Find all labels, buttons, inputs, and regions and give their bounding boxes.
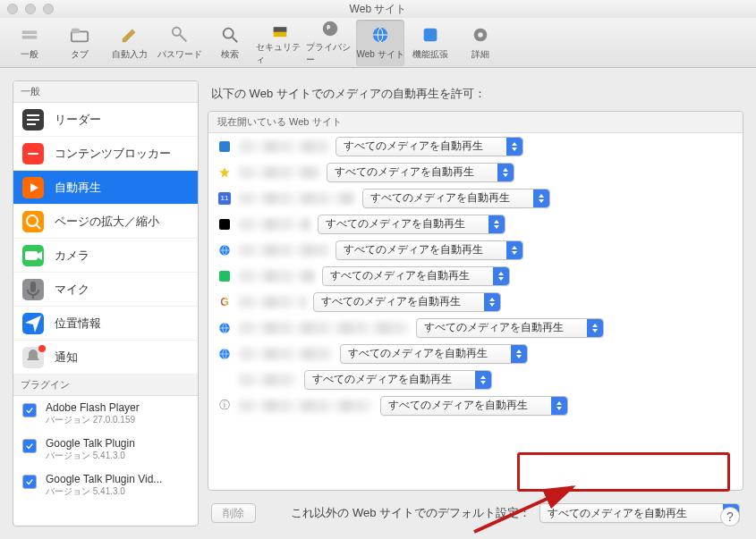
default-setting-popup[interactable]: すべてのメディアを自動再生	[539, 503, 740, 523]
site-domain-redacted	[239, 140, 328, 153]
site-domain-redacted	[239, 374, 297, 386]
site-autoplay-popup[interactable]: すべてのメディアを自動再生	[318, 215, 505, 234]
toolbar-advanced[interactable]: 詳細	[456, 20, 505, 66]
site-favicon	[217, 243, 232, 257]
toolbar-search[interactable]: 検索	[206, 20, 254, 66]
sidebar-item-location[interactable]: 位置情報	[13, 307, 198, 341]
site-autoplay-popup[interactable]: すべてのメディアを自動再生	[340, 344, 528, 364]
site-favicon	[217, 139, 232, 154]
site-row[interactable]: すべてのメディアを自動再生	[208, 315, 743, 341]
toolbar-tabs[interactable]: タブ	[55, 20, 104, 66]
site-autoplay-popup[interactable]: すべてのメディアを自動再生	[336, 240, 523, 260]
preferences-toolbar: 一般タブ自動入力パスワード検索セキュリティプライバシーWeb サイト機能拡張詳細	[0, 18, 756, 68]
help-button[interactable]: ?	[720, 507, 740, 526]
window-titlebar: Web サイト	[0, 0, 756, 18]
site-domain-redacted	[239, 218, 310, 231]
site-row[interactable]: 11すべてのメディアを自動再生	[208, 185, 743, 211]
reader-icon	[22, 109, 44, 131]
minimize-window[interactable]	[25, 4, 36, 14]
site-favicon: G	[217, 295, 232, 309]
site-row[interactable]: Gすべてのメディアを自動再生	[208, 289, 743, 315]
plugin-version: バージョン 27.0.0.159	[46, 414, 140, 426]
site-autoplay-popup[interactable]: すべてのメディアを自動再生	[362, 189, 550, 208]
site-autoplay-value: すべてのメディアを自動再生	[312, 372, 452, 387]
sidebar-item-reader[interactable]: リーダー	[13, 103, 198, 137]
site-autoplay-popup[interactable]: すべてのメディアを自動再生	[313, 292, 501, 312]
toolbar-privacy[interactable]: プライバシー	[306, 20, 354, 66]
svg-point-13	[478, 32, 483, 38]
gear-icon	[468, 24, 493, 46]
toolbar-autofill[interactable]: 自動入力	[106, 20, 154, 66]
plugin-version: バージョン 5.41.3.0	[46, 450, 135, 462]
site-row[interactable]: ⓘすべてのメディアを自動再生	[208, 392, 743, 418]
site-autoplay-popup[interactable]: すべてのメディアを自動再生	[327, 163, 514, 182]
site-row[interactable]: すべてのメディアを自動再生	[208, 159, 743, 185]
plugin-item[interactable]: Google Talk Plugin Vid...バージョン 5.41.3.0	[13, 467, 198, 503]
sidebar-item-bell[interactable]: 通知	[13, 341, 198, 375]
svg-marker-27	[25, 316, 41, 333]
site-row[interactable]: すべてのメディアを自動再生	[208, 237, 743, 263]
site-row[interactable]: すべてのメディアを自動再生	[208, 366, 743, 392]
sidebar-item-label: 位置情報	[55, 316, 101, 332]
close-window[interactable]	[7, 4, 18, 14]
tab-icon	[67, 24, 92, 46]
site-autoplay-popup[interactable]: すべてのメディアを自動再生	[304, 370, 492, 390]
toolbar-label: セキュリティ	[256, 41, 304, 66]
site-autoplay-value: すべてのメディアを自動再生	[330, 268, 470, 283]
site-autoplay-value: すべてのメディアを自動再生	[344, 139, 483, 154]
svg-point-5	[224, 29, 234, 38]
toolbar-security[interactable]: セキュリティ	[256, 20, 304, 66]
sidebar-item-play[interactable]: 自動再生	[13, 171, 198, 205]
svg-rect-16	[27, 123, 36, 125]
site-autoplay-popup[interactable]: すべてのメディアを自動再生	[416, 318, 604, 338]
sidebar-section-general: 一般	[13, 81, 198, 103]
toolbar-extensions[interactable]: 機能拡張	[406, 20, 454, 66]
svg-marker-28	[219, 167, 230, 178]
chevron-updown-icon	[488, 215, 505, 233]
site-row[interactable]: すべてのメディアを自動再生	[208, 211, 743, 237]
plugin-item[interactable]: Google Talk Pluginバージョン 5.41.3.0	[13, 432, 198, 467]
toolbar-label: 自動入力	[112, 48, 148, 61]
sidebar-item-zoom[interactable]: ページの拡大／縮小	[13, 205, 198, 239]
toolbar-passwords[interactable]: パスワード	[156, 20, 204, 66]
plugin-item[interactable]: Adobe Flash Playerバージョン 27.0.0.159	[13, 396, 198, 432]
site-domain-redacted	[239, 322, 409, 334]
site-favicon: 11	[217, 191, 232, 206]
site-autoplay-value: すべてのメディアを自動再生	[344, 242, 483, 257]
plugin-checkbox[interactable]	[22, 475, 37, 489]
toolbar-general[interactable]: 一般	[5, 20, 54, 66]
location-icon	[22, 313, 44, 334]
site-row[interactable]: すべてのメディアを自動再生	[208, 341, 743, 366]
sidebar-item-mic[interactable]: マイク	[13, 273, 198, 307]
sidebar-item-camera[interactable]: カメラ	[13, 239, 198, 273]
plugin-checkbox[interactable]	[22, 403, 37, 417]
chevron-updown-icon	[506, 241, 522, 259]
plugin-checkbox[interactable]	[22, 439, 37, 453]
chevron-updown-icon	[497, 164, 514, 181]
site-row[interactable]: すべてのメディアを自動再生	[208, 133, 743, 159]
svg-marker-24	[38, 251, 42, 260]
zoom-icon	[22, 211, 44, 232]
site-favicon: ⓘ	[217, 399, 232, 413]
main-heading: 以下の Web サイトでのメディアの自動再生を許可：	[208, 80, 743, 111]
sidebar-item-label: コンテンツブロッカー	[55, 146, 171, 162]
zoom-window[interactable]	[43, 4, 54, 14]
toolbar-label: 検索	[221, 48, 239, 61]
site-row[interactable]: すべてのメディアを自動再生	[208, 263, 743, 289]
site-autoplay-popup[interactable]: すべてのメディアを自動再生	[380, 396, 568, 416]
badge-dot	[38, 345, 46, 352]
footer-bar: 削除 これ以外の Web サイトでのデフォルト設定： すべてのメディアを自動再生	[208, 491, 743, 526]
chevron-updown-icon	[551, 397, 567, 415]
plugin-version: バージョン 5.41.3.0	[46, 485, 162, 498]
toolbar-websites[interactable]: Web サイト	[356, 20, 404, 66]
toolbar-label: パスワード	[157, 48, 202, 61]
plugin-name: Adobe Flash Player	[46, 401, 140, 414]
svg-rect-25	[30, 282, 36, 292]
svg-rect-15	[27, 119, 39, 121]
sidebar-item-stop[interactable]: コンテンツブロッカー	[13, 137, 198, 171]
delete-button[interactable]: 削除	[211, 503, 256, 523]
site-autoplay-popup[interactable]: すべてのメディアを自動再生	[322, 266, 510, 286]
stop-icon	[22, 143, 44, 164]
chevron-updown-icon	[587, 319, 603, 337]
site-autoplay-popup[interactable]: すべてのメディアを自動再生	[336, 137, 523, 156]
